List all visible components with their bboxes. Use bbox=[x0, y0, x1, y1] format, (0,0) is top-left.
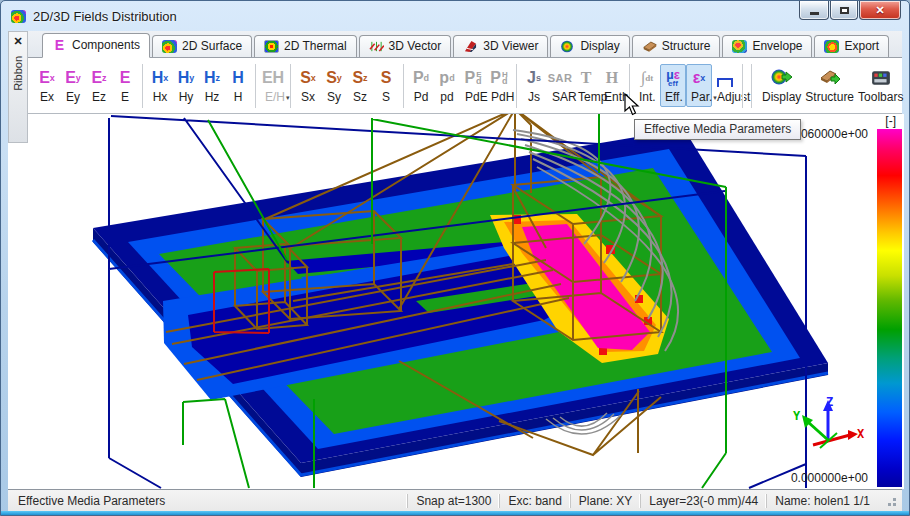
toolbar-button-pdh[interactable]: PHd PdH bbox=[486, 64, 512, 107]
dropdown-icon: ▾ bbox=[286, 94, 290, 101]
toolbar-button-pd[interactable]: Pd Pd bbox=[408, 64, 434, 107]
status-plane: Plane: XY bbox=[570, 494, 640, 508]
toolbars-icon bbox=[871, 67, 891, 89]
tab-3d-viewer[interactable]: 3D Viewer bbox=[453, 35, 548, 57]
ribbon-close-button[interactable]: ✕ bbox=[10, 32, 26, 50]
toolbar-button-eff[interactable]: µε eff Eff. bbox=[660, 64, 686, 107]
status-message: Effective Media Parameters bbox=[18, 494, 407, 508]
toolbar-button-ez[interactable]: Ez Ez bbox=[86, 64, 112, 107]
mouse-cursor bbox=[623, 93, 641, 116]
tab-bar: E Components 2D Surface 2D Thermal 3D Ve… bbox=[28, 31, 902, 58]
tooltip: Effective Media Parameters bbox=[634, 119, 801, 140]
window-title: 2D/3D Fields Distribution bbox=[33, 9, 177, 24]
envelope-tab-icon bbox=[732, 40, 747, 53]
3d-vector-tab-icon bbox=[369, 40, 384, 53]
toolbar-button-enth[interactable]: H Enth bbox=[599, 64, 625, 107]
status-layer: Layer=23(-0 mm)/44 bbox=[640, 494, 766, 508]
toolbar-button-h[interactable]: H H bbox=[225, 64, 251, 107]
toolbar-button-display[interactable]: Display bbox=[760, 65, 803, 106]
tab-display[interactable]: Display bbox=[550, 35, 629, 57]
toolbar-button-ey[interactable]: Ey Ey bbox=[60, 64, 86, 107]
status-snap: Snap at=1300 bbox=[407, 494, 499, 508]
window-bottom-border bbox=[1, 511, 909, 516]
close-button[interactable]: ✕ bbox=[859, 1, 901, 20]
structure-tab-icon bbox=[642, 40, 657, 53]
tab-components[interactable]: E Components bbox=[42, 33, 150, 58]
maximize-icon bbox=[840, 7, 849, 14]
toolbar-button-sz[interactable]: Sz Sz bbox=[347, 64, 373, 107]
toolbar-button-hy[interactable]: Hy Hy bbox=[173, 64, 199, 107]
ribbon-toolbar: Ex Ex Ey Ey Ez Ez E E Hx bbox=[28, 58, 902, 114]
x-axis-label: X bbox=[857, 427, 864, 441]
toolbar-button-e[interactable]: E E bbox=[112, 64, 138, 107]
toolbar-button-temp[interactable]: T Temp bbox=[573, 64, 599, 107]
3d-scene[interactable] bbox=[8, 114, 904, 489]
export-tab-icon bbox=[824, 40, 839, 53]
color-scale bbox=[877, 129, 902, 487]
minimize-button[interactable] bbox=[799, 1, 829, 20]
tab-3d-vector[interactable]: 3D Vector bbox=[359, 35, 452, 57]
toolbar-button-ex[interactable]: Ex Ex bbox=[34, 64, 60, 107]
color-scale-unit: [-] bbox=[885, 114, 896, 128]
toolbar-button-hz[interactable]: Hz Hz bbox=[199, 64, 225, 107]
toolbar-button-js[interactable]: Js Js bbox=[521, 64, 547, 107]
display-tab-icon bbox=[560, 40, 575, 53]
color-scale-min: 0.000000e+00 bbox=[791, 471, 868, 485]
app-window: 2D/3D Fields Distribution ✕ ✕ Ribbon E C… bbox=[0, 0, 910, 516]
toolbar-button-sy[interactable]: Sy Sy bbox=[321, 64, 347, 107]
color-scale-max: 2.060000e+00 bbox=[791, 127, 868, 141]
toolbar-button-par[interactable]: εx Par.▾ bbox=[686, 64, 712, 107]
toolbar-button-sar[interactable]: SAR SAR bbox=[547, 64, 573, 107]
toolbar-button-s[interactable]: S S bbox=[373, 64, 399, 107]
2d-thermal-tab-icon bbox=[264, 40, 279, 53]
status-bar: Effective Media Parameters Snap at=1300 … bbox=[8, 489, 902, 511]
maximize-button[interactable] bbox=[830, 1, 858, 20]
display-icon bbox=[771, 66, 793, 88]
components-tab-icon: E bbox=[52, 39, 67, 52]
tab-2d-surface[interactable]: 2D Surface bbox=[152, 35, 252, 57]
status-excitation: Exc: band bbox=[499, 494, 569, 508]
resize-grip[interactable] bbox=[884, 494, 898, 508]
toolbar-button-pd-small[interactable]: pd pd bbox=[434, 64, 460, 107]
titlebar[interactable]: 2D/3D Fields Distribution ✕ bbox=[1, 1, 909, 31]
status-name: Name: holen1 1/1 bbox=[766, 494, 878, 508]
toolbar-button-hx[interactable]: Hx Hx bbox=[147, 64, 173, 107]
2d-surface-tab-icon bbox=[162, 40, 177, 53]
y-axis-label: Y bbox=[793, 409, 800, 423]
close-icon: ✕ bbox=[875, 4, 884, 17]
3d-viewport[interactable]: [-] 2.060000e+00 0.000000e+00 X Y Z Effe… bbox=[8, 114, 904, 489]
toolbar-button-pde[interactable]: PEd PdE bbox=[460, 64, 486, 107]
toolbar-button-sx[interactable]: Sx Sx bbox=[295, 64, 321, 107]
toolbar-button-toolbars[interactable]: Toolbars bbox=[856, 66, 905, 106]
structure-icon bbox=[819, 66, 841, 88]
z-axis-label: Z bbox=[826, 395, 833, 409]
tab-export[interactable]: Export bbox=[814, 35, 889, 57]
toolbar-button-adjust[interactable]: Adjust bbox=[712, 64, 738, 107]
ribbon-side-strip: ✕ Ribbon bbox=[8, 31, 28, 143]
tab-2d-thermal[interactable]: 2D Thermal bbox=[254, 35, 356, 57]
tab-structure[interactable]: Structure bbox=[632, 35, 721, 57]
ribbon-strip-label: Ribbon bbox=[12, 56, 24, 91]
minimize-icon bbox=[810, 12, 819, 15]
tab-envelope[interactable]: Envelope bbox=[722, 35, 812, 57]
app-icon bbox=[11, 10, 26, 23]
toolbar-button-structure[interactable]: Structure bbox=[803, 65, 856, 106]
toolbar-button-eh[interactable]: EH E/H▾ bbox=[260, 64, 286, 107]
3d-viewer-tab-icon bbox=[463, 40, 478, 53]
pulse-icon bbox=[717, 78, 733, 87]
